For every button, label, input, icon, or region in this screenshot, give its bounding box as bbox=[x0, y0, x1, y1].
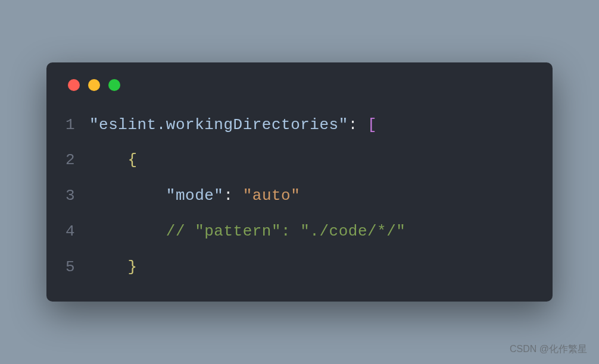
code-indent bbox=[89, 151, 127, 169]
code-line: 4 // "pattern": "./code/*/" bbox=[65, 214, 534, 250]
code-line: 1 "eslint.workingDirectories": [ bbox=[65, 108, 534, 143]
code-token-bracket: [ bbox=[367, 116, 377, 134]
code-indent bbox=[89, 222, 166, 240]
window-traffic-lights bbox=[65, 79, 534, 91]
code-content: { bbox=[89, 143, 534, 178]
line-number: 4 bbox=[65, 214, 89, 250]
line-number: 2 bbox=[65, 143, 89, 178]
code-token-brace: { bbox=[127, 151, 137, 169]
code-content: // "pattern": "./code/*/" bbox=[89, 214, 534, 250]
code-area[interactable]: 1 "eslint.workingDirectories": [ 2 { 3 "… bbox=[65, 108, 534, 285]
code-indent bbox=[89, 258, 127, 276]
code-line: 3 "mode": "auto" bbox=[65, 178, 534, 214]
minimize-icon[interactable] bbox=[88, 79, 100, 91]
code-token-punct: : bbox=[223, 187, 242, 205]
code-content: } bbox=[89, 250, 534, 285]
code-indent bbox=[89, 187, 166, 205]
code-content: "mode": "auto" bbox=[89, 178, 534, 214]
code-token-key: "mode" bbox=[166, 187, 224, 205]
code-token-punct: : bbox=[348, 116, 367, 134]
code-line: 5 } bbox=[65, 250, 534, 285]
code-content: "eslint.workingDirectories": [ bbox=[89, 108, 534, 143]
code-token-string: "auto" bbox=[243, 187, 301, 205]
line-number: 5 bbox=[65, 250, 89, 285]
code-token-comment: // "pattern": "./code/*/" bbox=[166, 222, 406, 240]
code-editor-window: 1 "eslint.workingDirectories": [ 2 { 3 "… bbox=[46, 62, 553, 302]
code-line: 2 { bbox=[65, 143, 534, 178]
maximize-icon[interactable] bbox=[108, 79, 120, 91]
close-icon[interactable] bbox=[68, 79, 80, 91]
watermark-text: CSDN @化作繁星 bbox=[510, 343, 587, 356]
line-number: 3 bbox=[65, 178, 89, 214]
code-token-brace: } bbox=[127, 258, 137, 276]
line-number: 1 bbox=[65, 108, 89, 143]
code-token-key: "eslint.workingDirectories" bbox=[89, 116, 348, 134]
